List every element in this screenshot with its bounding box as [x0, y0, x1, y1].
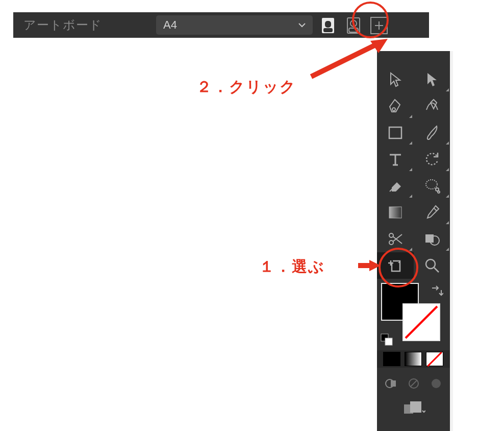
- orientation-portrait-button[interactable]: [319, 17, 337, 34]
- svg-rect-30: [410, 401, 421, 413]
- artboard-icon: [387, 257, 404, 274]
- flyout-indicator-icon: [446, 141, 449, 145]
- rectangle-tool[interactable]: [377, 119, 414, 146]
- svg-line-27: [411, 380, 417, 387]
- screen-mode-presentation[interactable]: [428, 376, 444, 391]
- svg-rect-8: [389, 127, 401, 138]
- svg-point-28: [432, 379, 441, 388]
- new-artboard-button[interactable]: [370, 17, 388, 34]
- svg-line-31: [311, 44, 377, 77]
- flyout-indicator-icon: [409, 248, 412, 251]
- landscape-icon: [345, 17, 362, 34]
- options-bar-label: アートボード: [13, 17, 102, 33]
- curvature-tool[interactable]: [414, 93, 450, 119]
- eraser-tool[interactable]: [377, 173, 414, 199]
- eyedropper-tool[interactable]: [414, 199, 450, 226]
- artboard-preset-value: A4: [163, 18, 177, 32]
- scissors-icon: [387, 230, 404, 248]
- flyout-indicator-icon: [409, 195, 412, 198]
- annotation-step-2-label: ２．クリック: [196, 77, 296, 98]
- text-tool[interactable]: [377, 146, 414, 173]
- screen-full-icon: [407, 377, 420, 390]
- artboard-preset-dropdown[interactable]: A4: [156, 15, 313, 35]
- paintbrush-icon: [423, 124, 441, 141]
- gradient-icon: [387, 204, 404, 221]
- brush-tool[interactable]: [414, 119, 450, 146]
- tool-panel: [377, 51, 450, 431]
- flyout-indicator-icon: [446, 248, 449, 251]
- color-swatch-block: [377, 282, 450, 348]
- rotate-icon: [423, 151, 441, 168]
- svg-line-21: [406, 306, 437, 338]
- eyedropper-icon: [423, 204, 441, 221]
- speech-bubble-icon: [423, 177, 441, 195]
- orientation-landscape-button[interactable]: [345, 17, 362, 34]
- fill-type-solid[interactable]: [383, 352, 400, 366]
- text-t-icon: [387, 151, 404, 168]
- svg-point-11: [438, 191, 440, 193]
- flyout-indicator-icon: [409, 168, 412, 171]
- document-stack-icon: [402, 399, 425, 416]
- eraser-icon: [387, 177, 404, 195]
- portrait-icon: [319, 17, 337, 34]
- screen-presentation-icon: [430, 377, 443, 390]
- svg-rect-12: [389, 207, 401, 218]
- screen-normal-icon: [385, 377, 398, 390]
- scroll-sliver: [450, 51, 453, 431]
- flyout-indicator-icon: [446, 221, 449, 224]
- svg-rect-5: [349, 28, 358, 32]
- svg-rect-23: [385, 338, 392, 345]
- shape-builder-tool[interactable]: [414, 226, 450, 252]
- stroke-color-swatch[interactable]: [402, 303, 440, 341]
- svg-point-4: [350, 20, 357, 27]
- flyout-indicator-icon: [409, 141, 412, 145]
- default-colors-icon[interactable]: [380, 333, 394, 347]
- flyout-indicator-icon: [446, 168, 449, 171]
- flyout-indicator-icon: [446, 195, 449, 198]
- fill-type-none[interactable]: [426, 352, 443, 366]
- options-bar: アートボード A4: [13, 12, 429, 38]
- svg-point-9: [426, 180, 437, 189]
- curvature-pen-icon: [423, 98, 441, 115]
- svg-rect-1: [325, 21, 331, 28]
- shape-builder-icon: [423, 230, 441, 248]
- gradient-tool[interactable]: [377, 199, 414, 226]
- scale-tool[interactable]: [414, 173, 450, 199]
- selection-tool[interactable]: [377, 66, 414, 93]
- artboard-tool[interactable]: [377, 252, 414, 279]
- annotation-step-1-label: １．選ぶ: [259, 256, 325, 277]
- svg-point-10: [436, 188, 439, 191]
- direct-selection-tool[interactable]: [414, 66, 450, 93]
- arrow-cursor-filled-icon: [423, 71, 441, 88]
- arrow-cursor-icon: [387, 71, 404, 88]
- svg-rect-2: [323, 28, 333, 32]
- chevron-down-icon: [298, 22, 306, 28]
- pen-tool[interactable]: [377, 93, 414, 119]
- svg-point-19: [426, 259, 435, 269]
- zoom-tool[interactable]: [414, 252, 450, 279]
- plus-icon: [374, 20, 384, 31]
- no-stroke-icon: [404, 304, 439, 340]
- rectangle-icon: [387, 124, 404, 141]
- document-switcher[interactable]: [377, 399, 450, 416]
- screen-mode-full[interactable]: [406, 376, 422, 391]
- screen-mode-normal[interactable]: [383, 376, 399, 391]
- fill-type-row: [377, 350, 450, 368]
- flyout-indicator-icon: [409, 115, 412, 118]
- svg-line-20: [434, 268, 439, 272]
- svg-rect-15: [425, 234, 434, 243]
- rotate-tool[interactable]: [414, 146, 450, 173]
- scissors-tool[interactable]: [377, 226, 414, 252]
- fill-type-gradient[interactable]: [405, 352, 422, 366]
- flyout-indicator-icon: [446, 88, 449, 91]
- pen-nib-icon: [387, 98, 404, 115]
- magnifier-icon: [423, 257, 441, 274]
- swap-colors-icon[interactable]: [430, 284, 443, 297]
- screen-mode-row: [377, 375, 450, 392]
- svg-rect-25: [391, 380, 396, 387]
